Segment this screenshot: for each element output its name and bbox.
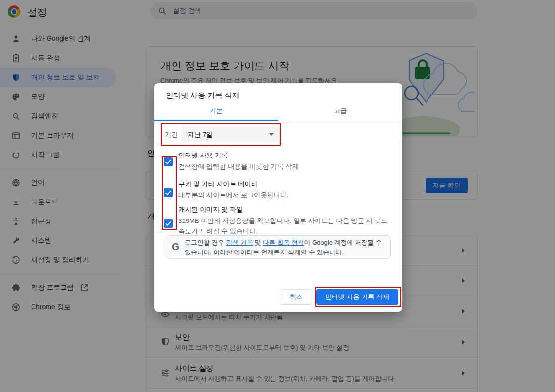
check-icon [164, 220, 172, 227]
time-range-label: 기간 [165, 130, 178, 139]
checkbox-subtitle: 319MB 미만의 저장용량을 확보합니다. 일부 사이트는 다음 방문 시 로… [178, 216, 395, 236]
checkbox-title: 인터넷 사용 기록 [178, 151, 228, 160]
note-text: 로그인할 경우 검색 기록 및 다른 활동 형식이 Google 계정에 저장될… [185, 238, 384, 257]
other-activity-link[interactable]: 다른 활동 형식 [263, 239, 304, 246]
tab-advanced[interactable]: 고급 [278, 107, 402, 121]
time-range-select[interactable]: 지난 7일 [181, 127, 280, 142]
note-middle: 및 [253, 239, 263, 246]
dialog-title: 인터넷 사용 기록 삭제 [166, 91, 239, 101]
clear-data-button[interactable]: 인터넷 사용 기록 삭제 [316, 289, 398, 305]
checkbox-subtitle: 검색창에 입력한 내용을 비롯한 기록 삭제 [178, 161, 395, 172]
checkbox-subtitle: 대부분의 사이트에서 로그아웃됩니다. [178, 190, 395, 200]
active-tab-underline [154, 120, 278, 121]
note-prefix: 로그인할 경우 [185, 239, 226, 246]
time-range-value: 지난 7일 [188, 130, 213, 139]
check-icon [164, 189, 172, 197]
tab-basic[interactable]: 기본 [154, 107, 278, 121]
dropdown-caret-icon [269, 133, 274, 136]
checkbox-browsing-history[interactable] [164, 157, 173, 166]
google-account-note: G 로그인할 경우 검색 기록 및 다른 활동 형식이 Google 계정에 저… [166, 235, 391, 259]
search-history-link[interactable]: 검색 기록 [226, 239, 253, 246]
checkbox-cached-files[interactable] [164, 219, 173, 228]
checkbox-cookies[interactable] [164, 188, 173, 197]
google-g-icon: G [172, 241, 179, 252]
checkbox-title: 쿠키 및 기타 사이트 데이터 [178, 180, 258, 188]
checkbox-title: 캐시된 이미지 및 파일 [178, 205, 243, 214]
cancel-button[interactable]: 취소 [280, 289, 312, 305]
clear-browsing-data-dialog: 인터넷 사용 기록 삭제 기본 고급 기간 지난 7일 인터넷 사용 기록 검색… [154, 83, 402, 312]
check-icon [164, 158, 172, 166]
